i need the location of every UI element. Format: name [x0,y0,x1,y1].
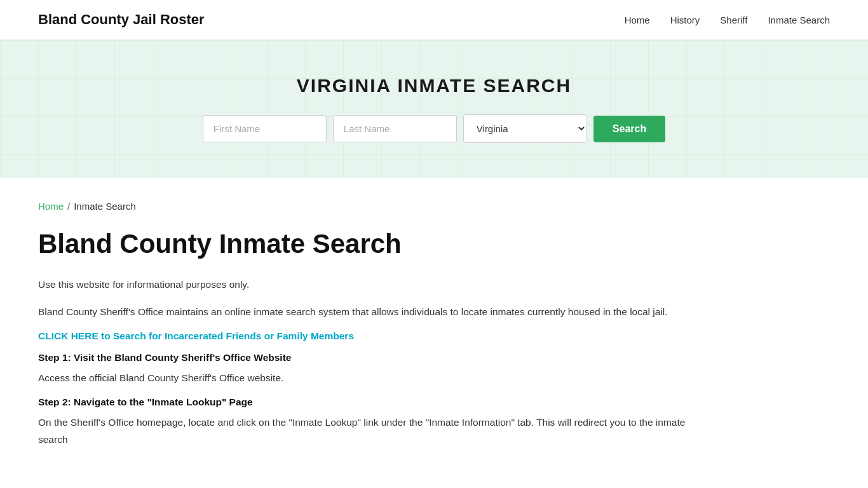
state-select[interactable]: AlabamaAlaskaArizonaArkansasCaliforniaCo… [463,114,587,143]
search-button[interactable]: Search [593,116,665,142]
nav-history[interactable]: History [670,15,700,25]
nav-sheriff[interactable]: Sheriff [720,15,747,25]
search-link[interactable]: CLICK HERE to Search for Incarcerated Fr… [38,330,354,342]
site-title[interactable]: Bland County Jail Roster [38,11,205,28]
breadcrumb-current: Inmate Search [74,201,136,212]
main-nav: Home History Sheriff Inmate Search [625,15,830,25]
first-name-input[interactable] [203,115,327,142]
header: Bland County Jail Roster Home History Sh… [0,0,868,40]
breadcrumb-home[interactable]: Home [38,201,64,212]
step2-text: On the Sheriff's Office homepage, locate… [38,414,712,448]
search-banner: VIRGINIA INMATE SEARCH AlabamaAlaskaAriz… [0,40,868,178]
last-name-input[interactable] [333,115,457,142]
search-form: AlabamaAlaskaArizonaArkansasCaliforniaCo… [38,114,830,143]
step1-text: Access the official Bland County Sheriff… [38,370,712,386]
intro-para-2: Bland County Sheriff's Office maintains … [38,304,712,320]
breadcrumb-separator: / [67,201,70,212]
step1-heading: Step 1: Visit the Bland County Sheriff's… [38,352,724,363]
nav-inmate-search[interactable]: Inmate Search [768,15,830,25]
nav-home[interactable]: Home [625,15,650,25]
step2-heading: Step 2: Navigate to the "Inmate Lookup" … [38,396,724,408]
page-title: Bland County Inmate Search [38,229,724,259]
breadcrumb: Home / Inmate Search [38,201,724,212]
banner-heading: VIRGINIA INMATE SEARCH [38,75,830,97]
intro-para-1: Use this website for informational purpo… [38,276,712,293]
main-content: Home / Inmate Search Bland County Inmate… [0,178,763,488]
